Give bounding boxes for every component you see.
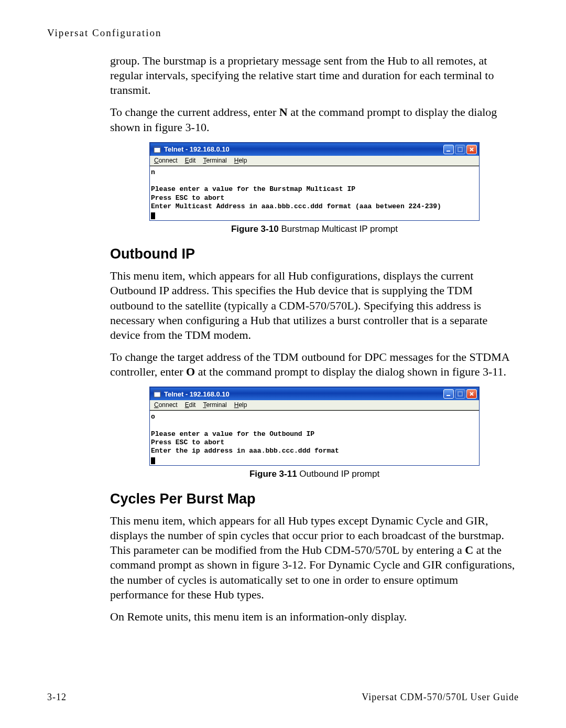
body-column: group. The burstmap is a proprietary mes…	[110, 53, 519, 624]
menu-terminal[interactable]: Terminal	[203, 401, 226, 409]
telnet-window-burstmap: Telnet - 192.168.0.10 Connect Edit Term	[149, 142, 480, 221]
window-buttons	[443, 389, 477, 399]
page: Vipersat Configuration group. The burstm…	[0, 0, 566, 728]
telnet-window-outbound: Telnet - 192.168.0.10 Connect Edit Term	[149, 387, 480, 466]
window-menubar: Connect Edit Terminal Help	[150, 156, 479, 166]
menu-help[interactable]: Help	[234, 401, 247, 409]
svg-rect-1	[154, 146, 160, 148]
svg-rect-8	[447, 395, 450, 396]
terminal-output[interactable]: o Please enter a value for the Outbound …	[150, 410, 479, 465]
intro-paragraph-1: group. The burstmap is a proprietary mes…	[110, 53, 519, 98]
page-number: 3-12	[47, 692, 67, 703]
menu-edit[interactable]: Edit	[185, 157, 196, 164]
page-footer: 3-12 Vipersat CDM-570/570L User Guide	[47, 692, 519, 703]
key-c: C	[465, 543, 473, 556]
text: This menu item, which appears for all Hu…	[110, 514, 504, 556]
cycles-paragraph-1: This menu item, which appears for all Hu…	[110, 513, 519, 602]
window-titlebar[interactable]: Telnet - 192.168.0.10	[150, 387, 479, 400]
figure-text: Outbound IP prompt	[297, 469, 380, 479]
cycles-paragraph-2: On Remote units, this menu item is an in…	[110, 609, 519, 624]
footer-guide-title: Vipersat CDM-570/570L User Guide	[362, 692, 519, 703]
window-title: Telnet - 192.168.0.10	[164, 145, 443, 153]
figure-label: Figure 3-11	[249, 469, 297, 479]
minimize-button[interactable]	[443, 389, 454, 399]
outbound-paragraph-1: This menu item, which appears for all Hu…	[110, 269, 519, 342]
window-titlebar[interactable]: Telnet - 192.168.0.10	[150, 143, 479, 156]
text: To change the current address, enter	[110, 105, 279, 119]
terminal-output[interactable]: n Please enter a value for the Burstmap …	[150, 166, 479, 221]
intro-paragraph-2: To change the current address, enter N a…	[110, 105, 519, 134]
svg-rect-7	[154, 391, 160, 392]
menu-terminal[interactable]: Terminal	[203, 157, 226, 164]
heading-outbound-ip: Outbound IP	[110, 246, 519, 262]
figure-text: Burstmap Multicast IP prompt	[279, 224, 398, 234]
key-n: N	[279, 105, 288, 119]
maximize-button[interactable]	[455, 389, 465, 399]
maximize-button[interactable]	[455, 145, 465, 154]
outbound-paragraph-2: To change the target address of the TDM …	[110, 350, 519, 379]
window-title: Telnet - 192.168.0.10	[164, 390, 443, 398]
menu-edit[interactable]: Edit	[185, 401, 196, 409]
minimize-button[interactable]	[443, 145, 454, 154]
close-button[interactable]	[466, 389, 477, 399]
window-menubar: Connect Edit Terminal Help	[150, 400, 479, 410]
close-button[interactable]	[466, 145, 477, 154]
app-icon	[154, 390, 161, 398]
text: at the command prompt to display the dia…	[195, 365, 506, 378]
cursor-icon	[151, 212, 155, 219]
menu-connect[interactable]: Connect	[154, 157, 178, 164]
figure-label: Figure 3-10	[231, 224, 279, 234]
menu-connect[interactable]: Connect	[154, 401, 178, 409]
svg-rect-3	[458, 147, 462, 152]
svg-rect-2	[447, 151, 450, 152]
app-icon	[154, 146, 161, 153]
menu-help[interactable]: Help	[234, 157, 247, 164]
running-head: Vipersat Configuration	[47, 27, 519, 39]
figure-caption-3-10: Figure 3-10 Burstmap Multicast IP prompt	[110, 224, 519, 234]
figure-caption-3-11: Figure 3-11 Outbound IP prompt	[110, 469, 519, 479]
cursor-icon	[151, 457, 155, 464]
heading-cycles-per-burst-map: Cycles Per Burst Map	[110, 491, 519, 507]
svg-rect-9	[458, 392, 462, 396]
key-o: O	[186, 365, 195, 378]
window-buttons	[443, 145, 477, 154]
